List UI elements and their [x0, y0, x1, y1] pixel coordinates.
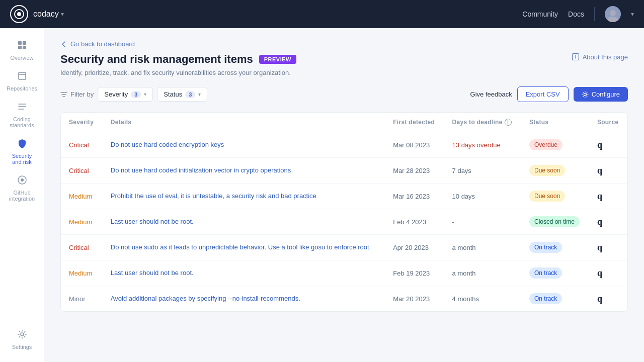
- sidebar-item-coding-standards[interactable]: Coding standards: [3, 98, 41, 132]
- source-cell: q: [589, 132, 627, 158]
- status-badge: Closed on time: [529, 216, 580, 227]
- sidebar-item-github-integration[interactable]: GitHub integration: [3, 171, 41, 206]
- first-detected-value: Feb 4 2023: [393, 218, 426, 226]
- status-badge: Due soon: [529, 165, 565, 176]
- table-row[interactable]: Medium Prohibit the use of eval, it is u…: [61, 184, 627, 209]
- status-cell: Due soon: [521, 158, 589, 184]
- table-row[interactable]: Critical Do not use hard coded encryptio…: [61, 132, 627, 158]
- details-value: Last user should not be root.: [111, 269, 194, 277]
- status-chevron-icon: ▾: [198, 92, 201, 97]
- table-row[interactable]: Minor Avoid additional packages by speci…: [61, 286, 627, 312]
- details-cell: Do not use hard coded initialization vec…: [103, 158, 385, 184]
- source-cell: q: [589, 158, 627, 184]
- first-detected-value: Mar 16 2023: [393, 193, 430, 200]
- status-filter-button[interactable]: Status 3 ▾: [157, 87, 207, 102]
- severity-value: Medium: [69, 269, 92, 277]
- details-cell: Do not use hard coded encryption keys: [103, 132, 385, 158]
- details-value: Prohibit the use of eval, it is untestab…: [111, 192, 316, 200]
- sidebar-item-overview-label: Overview: [11, 55, 34, 61]
- col-severity: Severity: [61, 113, 103, 132]
- details-cell: Avoid additional packages by specifying …: [103, 286, 385, 312]
- days-to-deadline-cell: 10 days: [444, 184, 521, 209]
- sidebar-item-security-and-risk[interactable]: Security and risk: [3, 134, 41, 169]
- severity-filter-label: Severity: [104, 90, 128, 98]
- details-cell: Prohibit the use of eval, it is untestab…: [103, 184, 385, 209]
- severity-value: Medium: [69, 218, 92, 226]
- docs-link[interactable]: Docs: [568, 10, 584, 18]
- page-header: Security and risk management items PREVI…: [60, 53, 628, 66]
- sidebar-item-settings[interactable]: Settings: [3, 325, 41, 354]
- source-icon: q: [597, 294, 602, 304]
- svg-rect-7: [23, 46, 26, 49]
- days-to-deadline-cell: 13 days overdue: [444, 132, 521, 158]
- configure-label: Configure: [592, 90, 620, 98]
- table-row[interactable]: Critical Do not use sudo as it leads to …: [61, 235, 627, 260]
- main-content: Go back to dashboard Security and risk m…: [44, 28, 644, 362]
- deadline-info-icon[interactable]: i: [505, 119, 512, 126]
- brand-name[interactable]: codacy ▾: [33, 10, 64, 19]
- first-detected-value: Mar 20 2023: [393, 295, 430, 303]
- toolbar: Filter by Severity 3 ▾ Status 3 ▾ Give f…: [60, 86, 628, 102]
- topnav-left: codacy ▾: [10, 5, 64, 23]
- avatar-dropdown-icon[interactable]: ▾: [631, 11, 634, 18]
- sidebar-item-repositories[interactable]: Repositories: [3, 67, 41, 96]
- page-title-row: Security and risk management items PREVI…: [60, 53, 296, 66]
- severity-cell: Critical: [61, 132, 103, 158]
- svg-point-1: [17, 12, 21, 16]
- col-first-detected: First detected: [385, 113, 444, 132]
- status-cell: Due soon: [521, 184, 589, 209]
- first-detected-cell: Mar 28 2023: [385, 158, 444, 184]
- severity-chevron-icon: ▾: [144, 92, 146, 97]
- table-row[interactable]: Critical Do not use hard coded initializ…: [61, 158, 627, 184]
- details-value: Last user should not be root.: [111, 218, 194, 225]
- table-row[interactable]: Medium Last user should not be root. Feb…: [61, 209, 627, 235]
- days-to-deadline-cell: 4 months: [444, 286, 521, 312]
- configure-button[interactable]: Configure: [574, 87, 628, 102]
- sidebar-item-coding-standards-label: Coding standards: [8, 116, 36, 128]
- table-row[interactable]: Medium Last user should not be root. Feb…: [61, 260, 627, 286]
- severity-cell: Medium: [61, 260, 103, 286]
- col-details: Details: [103, 113, 385, 132]
- page-subtitle: Identify, prioritize, track, and fix sec…: [60, 69, 628, 76]
- svg-point-2: [610, 10, 616, 16]
- coding-standards-icon: [17, 102, 27, 114]
- details-cell: Last user should not be root.: [103, 260, 385, 286]
- first-detected-value: Mar 28 2023: [393, 167, 430, 174]
- svg-point-10: [21, 178, 24, 182]
- topnav-right: Community Docs ▾: [522, 6, 634, 22]
- source-cell: q: [589, 286, 627, 312]
- source-icon: q: [597, 242, 602, 252]
- days-to-deadline-cell: 7 days: [444, 158, 521, 184]
- github-icon: [17, 175, 27, 188]
- give-feedback-button[interactable]: Give feedback: [470, 90, 512, 98]
- source-icon: q: [597, 217, 602, 227]
- severity-cell: Medium: [61, 209, 103, 235]
- user-avatar[interactable]: [605, 6, 621, 22]
- sidebar-item-overview[interactable]: Overview: [3, 36, 41, 65]
- back-to-dashboard-link[interactable]: Go back to dashboard: [60, 40, 628, 48]
- table-header-row: Severity Details First detected Days to …: [61, 113, 627, 132]
- sidebar-item-security-label: Security and risk: [8, 153, 36, 165]
- source-cell: q: [589, 184, 627, 209]
- col-source: Source: [589, 113, 627, 132]
- severity-filter-button[interactable]: Severity 3 ▾: [98, 87, 153, 102]
- configure-gear-icon: [582, 91, 589, 98]
- status-cell: On track: [521, 286, 589, 312]
- community-link[interactable]: Community: [522, 10, 558, 18]
- about-icon: [572, 53, 580, 61]
- svg-rect-6: [18, 46, 22, 49]
- first-detected-cell: Apr 20 2023: [385, 235, 444, 260]
- filter-by-label: Filter by: [60, 90, 94, 98]
- severity-value: Medium: [69, 193, 92, 200]
- about-this-page-link[interactable]: About this page: [572, 53, 628, 61]
- source-cell: q: [589, 235, 627, 260]
- svg-rect-4: [18, 41, 22, 45]
- status-badge: On track: [529, 267, 562, 279]
- source-icon: q: [597, 165, 602, 175]
- export-csv-button[interactable]: Export CSV: [517, 86, 569, 102]
- severity-cell: Critical: [61, 235, 103, 260]
- severity-cell: Minor: [61, 286, 103, 312]
- filter-icon: [60, 91, 67, 98]
- svg-rect-5: [23, 41, 26, 45]
- severity-value: Minor: [69, 295, 86, 303]
